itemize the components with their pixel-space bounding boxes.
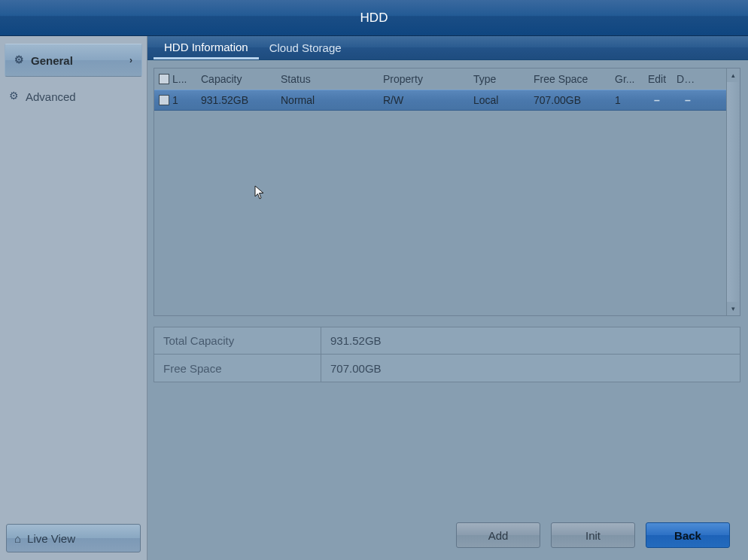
content-area: L... Capacity Status Property Type Free … (147, 60, 748, 560)
sidebar-item-advanced[interactable]: Advanced (0, 80, 147, 113)
tab-cloud-storage[interactable]: Cloud Storage (259, 36, 352, 59)
table-row[interactable]: 1 931.52GB Normal R/W Local 707.00GB 1 –… (154, 90, 726, 111)
back-button[interactable]: Back (646, 522, 730, 548)
col-header-label[interactable]: L... (154, 73, 196, 85)
gear-icon (14, 55, 25, 65)
summary-value: 707.00GB (321, 355, 740, 382)
summary-value: 931.52GB (321, 327, 740, 354)
gear-icon (9, 91, 20, 102)
select-all-checkbox[interactable] (159, 74, 169, 84)
table-header-row: L... Capacity Status Property Type Free … (154, 68, 726, 90)
spacer (154, 382, 740, 513)
live-view-button[interactable]: Live View (6, 524, 141, 552)
row-checkbox[interactable] (159, 95, 169, 105)
col-header-delete[interactable]: Del... (672, 73, 704, 85)
add-button[interactable]: Add (456, 522, 540, 548)
summary-label: Free Space (154, 355, 321, 382)
hdd-table: L... Capacity Status Property Type Free … (154, 68, 740, 316)
table-body: 1 931.52GB Normal R/W Local 707.00GB 1 –… (154, 90, 726, 315)
hdd-window: HDD General › Advanced Live View HDD Inf… (0, 0, 748, 560)
button-label: Init (585, 529, 601, 542)
table-scrollbar[interactable]: ▴ ▾ (726, 68, 740, 315)
cell-delete-button[interactable]: – (672, 94, 704, 106)
cell-capacity: 931.52GB (196, 94, 276, 106)
col-header-property[interactable]: Property (379, 73, 469, 85)
chevron-right-icon: › (129, 55, 132, 65)
cell-group: 1 (610, 94, 642, 106)
col-header-text: L... (172, 73, 187, 85)
cell-property: R/W (379, 94, 469, 106)
summary-row-total-capacity: Total Capacity 931.52GB (154, 327, 740, 355)
window-title: HDD (360, 11, 388, 26)
main-panel: HDD Information Cloud Storage L... Cap (147, 36, 748, 560)
summary-row-free-space: Free Space 707.00GB (154, 355, 740, 382)
col-header-edit[interactable]: Edit (642, 73, 672, 85)
footer-actions: Add Init Back (154, 513, 740, 560)
sidebar-item-general[interactable]: General › (5, 44, 142, 77)
col-header-capacity[interactable]: Capacity (196, 73, 276, 85)
summary-label: Total Capacity (154, 327, 321, 354)
home-icon (14, 532, 21, 545)
tab-label: HDD Information (164, 41, 248, 53)
window-body: General › Advanced Live View HDD Informa… (0, 36, 748, 560)
col-header-group[interactable]: Gr... (610, 73, 642, 85)
live-view-label: Live View (27, 532, 75, 545)
sidebar-item-label: General (31, 54, 123, 67)
scroll-down-button[interactable]: ▾ (727, 302, 740, 315)
tab-label: Cloud Storage (269, 41, 342, 54)
col-header-status[interactable]: Status (276, 73, 379, 85)
col-header-free-space[interactable]: Free Space (529, 73, 610, 85)
col-header-type[interactable]: Type (469, 73, 529, 85)
tab-hdd-information[interactable]: HDD Information (154, 36, 259, 59)
cell-free-space: 707.00GB (529, 94, 610, 106)
cell-edit-button[interactable]: – (642, 94, 672, 106)
cell-status: Normal (276, 94, 379, 106)
cell-select[interactable]: 1 (154, 94, 196, 106)
sidebar-spacer (0, 113, 147, 516)
cell-type: Local (469, 94, 529, 106)
button-label: Add (488, 529, 509, 542)
cell-number: 1 (172, 94, 178, 106)
sidebar-item-label: Advanced (26, 90, 138, 103)
summary-panel: Total Capacity 931.52GB Free Space 707.0… (154, 327, 740, 382)
sidebar: General › Advanced Live View (0, 36, 147, 560)
init-button[interactable]: Init (551, 522, 635, 548)
scroll-up-button[interactable]: ▴ (727, 68, 740, 82)
button-label: Back (674, 529, 701, 542)
table-body-wrap: L... Capacity Status Property Type Free … (154, 68, 726, 315)
title-bar: HDD (0, 0, 748, 36)
tabs: HDD Information Cloud Storage (147, 36, 748, 60)
